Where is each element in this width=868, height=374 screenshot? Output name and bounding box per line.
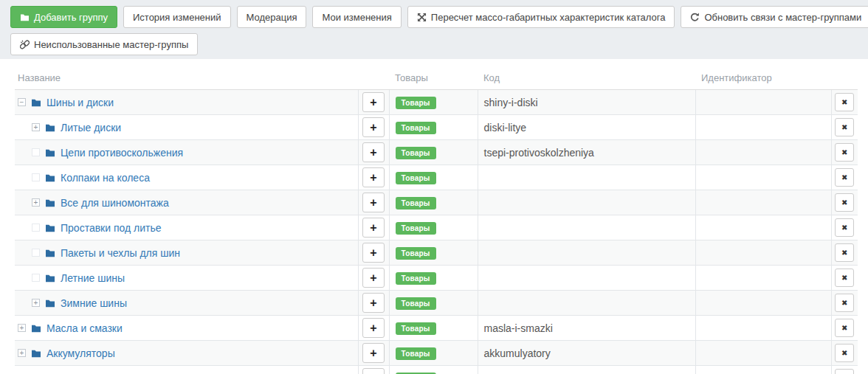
delete-group-button[interactable]: ✖ xyxy=(835,369,854,374)
table-row: + Литые диски + Товары diski-litye ✖ xyxy=(15,115,858,140)
goods-badge[interactable]: Товары xyxy=(396,97,436,109)
delete-group-button[interactable]: ✖ xyxy=(835,118,854,136)
tree-toggle xyxy=(32,249,40,257)
tree-toggle[interactable]: − xyxy=(18,98,26,106)
button-label: Пересчет массо-габаритных характеристик … xyxy=(431,12,666,23)
tree-toggle[interactable]: + xyxy=(18,324,26,332)
table-row: + Зимние шины + Товары ✖ xyxy=(15,291,858,316)
folder-icon xyxy=(20,13,30,21)
tree-toggle xyxy=(32,173,40,181)
table-row: Пакеты и чехлы для шин + Товары ✖ xyxy=(15,240,858,266)
tree-toggle[interactable]: + xyxy=(32,123,40,131)
add-subgroup-button[interactable]: + xyxy=(362,117,385,137)
table-row: + Все для шиномонтажа + Товары ✖ xyxy=(15,190,858,215)
tree-toggle[interactable]: + xyxy=(32,299,40,307)
button-label: История изменений xyxy=(133,12,221,23)
unused-master-groups-button[interactable]: Неиспользованные мастер-группы xyxy=(10,33,198,55)
goods-badge[interactable]: Товары xyxy=(396,322,436,335)
delete-group-button[interactable]: ✖ xyxy=(835,193,854,212)
add-subgroup-button[interactable]: + xyxy=(362,368,385,374)
group-name-link[interactable]: Аккумуляторы xyxy=(46,347,115,359)
moderation-button[interactable]: Модерация xyxy=(237,6,307,28)
column-header-name: Название xyxy=(15,65,358,90)
delete-group-button[interactable]: ✖ xyxy=(835,168,854,187)
add-subgroup-button[interactable]: + xyxy=(362,193,385,212)
delete-group-button[interactable]: ✖ xyxy=(835,344,854,362)
history-button[interactable]: История изменений xyxy=(123,6,231,28)
group-name-link[interactable]: Все для шиномонтажа xyxy=(61,197,169,209)
group-name-cell: + Масла и смазки xyxy=(18,322,352,334)
goods-badge[interactable]: Товары xyxy=(396,197,436,209)
delete-group-button[interactable]: ✖ xyxy=(835,269,854,287)
table-row: Колпаки на колеса + Товары ✖ xyxy=(15,165,858,190)
group-name-cell: + Литые диски xyxy=(18,122,352,134)
goods-badge[interactable]: Товары xyxy=(396,172,436,184)
delete-group-button[interactable]: ✖ xyxy=(835,143,854,162)
add-subgroup-button[interactable]: + xyxy=(362,293,385,313)
group-name-link[interactable]: Зимние шины xyxy=(61,297,127,309)
unlink-icon xyxy=(20,40,30,49)
group-code: akkumulyatory xyxy=(484,347,551,359)
group-name-link[interactable]: Шины и диски xyxy=(46,97,114,108)
delete-group-button[interactable]: ✖ xyxy=(835,93,854,111)
group-name-link[interactable]: Масла и смазки xyxy=(46,322,123,334)
folder-icon xyxy=(45,274,55,283)
folder-icon xyxy=(45,299,55,308)
delete-group-button[interactable]: ✖ xyxy=(835,243,854,262)
column-header-identifier: Идентификатор xyxy=(695,65,831,90)
folder-icon xyxy=(31,324,41,333)
goods-badge[interactable]: Товары xyxy=(396,272,436,285)
table-row: + Масла и смазки + Товары masla-i-smazki… xyxy=(15,316,858,341)
goods-badge[interactable]: Товары xyxy=(396,222,436,235)
table-row: + Аккумуляторы + Товары akkumulyatory ✖ xyxy=(15,341,858,366)
group-name-cell: + Зимние шины xyxy=(18,297,352,309)
delete-group-button[interactable]: ✖ xyxy=(835,319,854,337)
toolbar: Добавить группу История изменений Модера… xyxy=(0,0,868,59)
add-subgroup-button[interactable]: + xyxy=(362,268,385,288)
column-header-add xyxy=(358,65,389,90)
column-header-actions xyxy=(831,65,858,90)
button-label: Добавить группу xyxy=(34,12,108,23)
goods-badge[interactable]: Товары xyxy=(396,347,436,360)
group-name-cell: Цепи противоскольжения xyxy=(18,147,352,159)
goods-badge[interactable]: Товары xyxy=(396,247,436,260)
table-row: − Шины и диски + Товары shiny-i-diski ✖ xyxy=(15,90,858,115)
group-name-link[interactable]: Пакеты и чехлы для шин xyxy=(61,247,180,259)
tree-toggle xyxy=(32,148,40,156)
group-name-link[interactable]: Литые диски xyxy=(61,122,121,134)
tree-toggle[interactable]: + xyxy=(18,349,26,357)
folder-icon xyxy=(31,98,41,107)
group-name-link[interactable]: Колпаки на колеса xyxy=(61,172,150,184)
add-subgroup-button[interactable]: + xyxy=(362,92,385,112)
folder-icon xyxy=(45,224,55,232)
my-changes-button[interactable]: Мои изменения xyxy=(312,6,401,28)
add-subgroup-button[interactable]: + xyxy=(362,218,385,238)
table-row: Летние шины + Товары ✖ xyxy=(15,266,858,291)
goods-badge[interactable]: Товары xyxy=(396,122,436,134)
goods-badge[interactable]: Товары xyxy=(396,147,436,159)
group-name-link[interactable]: Проставки под литье xyxy=(61,222,162,234)
toolbar-row-1: Добавить группу История изменений Модера… xyxy=(10,6,858,28)
folder-icon xyxy=(45,173,55,182)
table-row: + Автотовары + Товары avtotovary ✖ xyxy=(15,366,858,374)
add-group-button[interactable]: Добавить группу xyxy=(10,6,117,28)
folder-icon xyxy=(45,123,55,132)
add-subgroup-button[interactable]: + xyxy=(362,142,385,162)
add-subgroup-button[interactable]: + xyxy=(362,167,385,187)
group-name-link[interactable]: Летние шины xyxy=(61,272,125,284)
button-label: Мои изменения xyxy=(322,12,391,23)
group-name-link[interactable]: Цепи противоскольжения xyxy=(61,147,183,159)
refresh-master-links-button[interactable]: Обновить связи с мастер-группами xyxy=(681,6,868,28)
group-name-cell: Проставки под литье xyxy=(18,222,352,234)
tree-toggle[interactable]: + xyxy=(32,198,40,207)
group-code: masla-i-smazki xyxy=(484,322,553,334)
recalc-dimensions-button[interactable]: Пересчет массо-габаритных характеристик … xyxy=(407,6,675,28)
add-subgroup-button[interactable]: + xyxy=(362,343,385,363)
delete-group-button[interactable]: ✖ xyxy=(835,294,854,312)
group-code: diski-litye xyxy=(484,122,527,134)
goods-badge[interactable]: Товары xyxy=(396,297,436,310)
delete-group-button[interactable]: ✖ xyxy=(835,218,854,237)
toolbar-row-2: Неиспользованные мастер-группы xyxy=(10,33,858,55)
add-subgroup-button[interactable]: + xyxy=(362,318,385,338)
add-subgroup-button[interactable]: + xyxy=(362,243,385,263)
